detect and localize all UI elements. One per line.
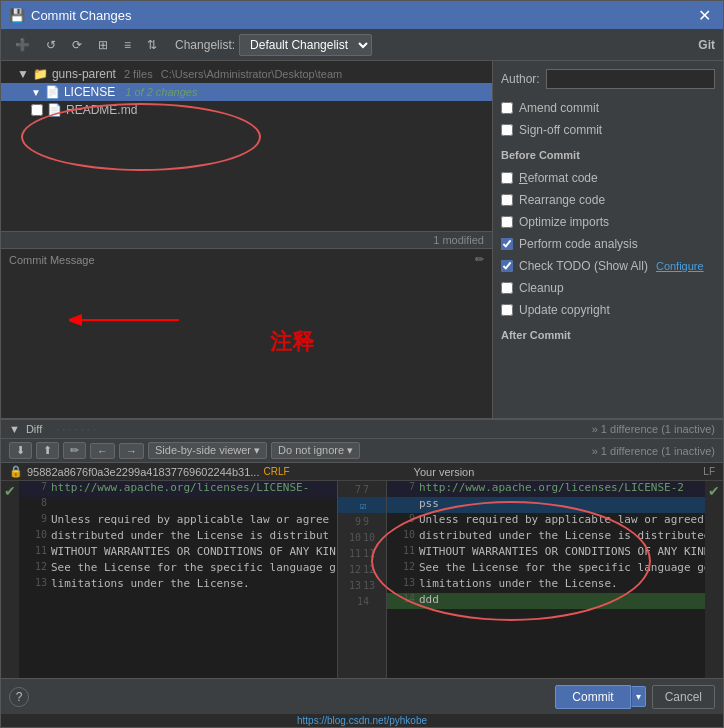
perform-label[interactable]: Perform code analysis xyxy=(519,237,638,251)
checktodo-checkbox[interactable] xyxy=(501,260,513,272)
commit-msg-area: 注释 xyxy=(9,270,484,414)
changelist-dropdown[interactable]: Default Changelist xyxy=(239,34,372,56)
modified-bar: 1 modified xyxy=(1,231,492,248)
perform-checkbox[interactable] xyxy=(501,238,513,250)
checktodo-label[interactable]: Check TODO (Show All) xyxy=(519,259,648,273)
add-button[interactable]: ➕ xyxy=(9,35,36,55)
diff-fwd-btn[interactable]: → xyxy=(119,443,144,459)
modified-count: 1 modified xyxy=(433,234,484,246)
perform-row: Perform code analysis xyxy=(501,237,715,251)
file-tree-wrapper: ▼ 📁 guns-parent 2 files C:\Users\Adminis… xyxy=(1,61,492,418)
tree-item-readme[interactable]: 📄 README.md xyxy=(1,101,492,119)
diff-section: ▼ Diff · · · · · · · » 1 difference (1 i… xyxy=(1,418,723,678)
diff-edit-btn[interactable]: ✏ xyxy=(63,442,86,459)
root-name: guns-parent xyxy=(52,67,116,81)
diff-right-pane[interactable]: 7 http://www.apache.org/licenses/LICENSE… xyxy=(387,481,705,678)
commit-changes-window: 💾 Commit Changes ✕ ➕ ↺ ⟳ ⊞ ≡ ⇅ Changelis… xyxy=(0,0,724,728)
lock-icon: 🔒 xyxy=(9,465,23,478)
right-gutter: ✔ xyxy=(705,481,723,678)
commit-message-section: Commit Message ← ✏ 注释 xyxy=(1,248,492,418)
window-icon: 💾 xyxy=(9,8,25,23)
diff-right-line-13: 13 limitations under the License. xyxy=(387,577,705,593)
diff-content: ✔ 7 http://www.apache.org/licenses/LICEN… xyxy=(1,481,723,678)
diff-header: ▼ Diff · · · · · · · » 1 difference (1 i… xyxy=(1,420,723,439)
signoff-checkbox[interactable] xyxy=(501,124,513,136)
viewer-select[interactable]: Side-by-side viewer ▾ xyxy=(148,442,267,459)
diff-right-line-9: 9 Unless required by applicable law or a… xyxy=(387,513,705,529)
main-content: ▼ 📁 guns-parent 2 files C:\Users\Adminis… xyxy=(1,61,723,418)
main-toolbar: ➕ ↺ ⟳ ⊞ ≡ ⇅ Changelist: Default Changeli… xyxy=(1,29,723,61)
folder-icon: 📁 xyxy=(33,67,48,81)
cleanup-checkbox[interactable] xyxy=(501,282,513,294)
tree-item-license[interactable]: ▼ 📄 LICENSE 1 of 2 changes xyxy=(1,83,492,101)
reformat-checkbox[interactable] xyxy=(501,172,513,184)
list-button[interactable]: ≡ xyxy=(118,35,137,55)
cancel-button[interactable]: Cancel xyxy=(652,685,715,709)
signoff-label[interactable]: Sign-off commit xyxy=(519,123,602,137)
commit-message-input[interactable] xyxy=(9,270,484,414)
diff-right-line-14: 14 ddd xyxy=(387,593,705,609)
diff-label: Diff xyxy=(26,423,42,435)
optimize-label[interactable]: Optimize imports xyxy=(519,215,609,229)
blog-url-bar: https://blog.csdn.net/pyhkobe xyxy=(1,714,723,727)
ignore-select[interactable]: Do not ignore ▾ xyxy=(271,442,360,459)
git-label: Git xyxy=(698,38,715,52)
rearrange-row: Rearrange code xyxy=(501,193,715,207)
diff-left-line-13: 13 limitations under the License. xyxy=(19,577,337,593)
diff-left-line-8: 8 xyxy=(19,497,337,513)
cleanup-row: Cleanup xyxy=(501,281,715,295)
undo-button[interactable]: ↺ xyxy=(40,35,62,55)
diff-file-right: Your version xyxy=(414,466,475,478)
copyright-row: Update copyright xyxy=(501,303,715,317)
group-button[interactable]: ⊞ xyxy=(92,35,114,55)
sort-button[interactable]: ⇅ xyxy=(141,35,163,55)
license-name: LICENSE xyxy=(64,85,115,99)
window-title-group: 💾 Commit Changes xyxy=(9,8,131,23)
commit-dropdown-button[interactable]: ▾ xyxy=(631,686,646,707)
commit-button[interactable]: Commit xyxy=(555,685,630,709)
copyright-label[interactable]: Update copyright xyxy=(519,303,610,317)
cleanup-label[interactable]: Cleanup xyxy=(519,281,564,295)
diff-up-btn[interactable]: ⬆ xyxy=(36,442,59,459)
bottom-right-actions: Commit ▾ Cancel xyxy=(555,685,715,709)
author-input[interactable] xyxy=(546,69,715,89)
reformat-row: Reformat code xyxy=(501,171,715,185)
title-bar: 💾 Commit Changes ✕ xyxy=(1,1,723,29)
author-row: Author: xyxy=(501,69,715,89)
diff-back-btn[interactable]: ← xyxy=(90,443,115,459)
git-options-panel: Author: Amend commit Sign-off commit Bef… xyxy=(493,61,723,418)
configure-link[interactable]: Configure xyxy=(656,260,704,272)
rearrange-label[interactable]: Rearrange code xyxy=(519,193,605,207)
commit-msg-label-text: Commit Message xyxy=(9,254,95,266)
diff-left-line-11: 11 WITHOUT WARRANTIES OR CONDITIONS OF A… xyxy=(19,545,337,561)
close-button[interactable]: ✕ xyxy=(694,6,715,25)
optimize-checkbox[interactable] xyxy=(501,216,513,228)
collapse-arrow: ▼ xyxy=(17,67,29,81)
ignore-label: Do not ignore xyxy=(278,444,344,456)
help-button[interactable]: ? xyxy=(9,687,29,707)
root-path: C:\Users\Administrator\Desktop\team xyxy=(161,68,343,80)
diff-right-line-11: 11 WITHOUT WARRANTIES OR CONDITIONS OF A… xyxy=(387,545,705,561)
copyright-checkbox[interactable] xyxy=(501,304,513,316)
checktodo-row: Check TODO (Show All) Configure xyxy=(501,259,715,273)
diff-left-pane[interactable]: 7 http://www.apache.org/licenses/LICENSE… xyxy=(19,481,337,678)
amend-label[interactable]: Amend commit xyxy=(519,101,599,115)
tree-root-item[interactable]: ▼ 📁 guns-parent 2 files C:\Users\Adminis… xyxy=(1,65,492,83)
readme-checkbox[interactable] xyxy=(31,104,43,116)
refresh-button[interactable]: ⟳ xyxy=(66,35,88,55)
diff-collapse-arrow[interactable]: ▼ xyxy=(9,423,20,435)
diff-right-line-10: 10 distributed under the License is dist… xyxy=(387,529,705,545)
diff-down-btn[interactable]: ⬇ xyxy=(9,442,32,459)
diff-right-line-blank: pss xyxy=(387,497,705,513)
rearrange-checkbox[interactable] xyxy=(501,194,513,206)
reformat-label[interactable]: Reformat code xyxy=(519,171,598,185)
blog-url-text: https://blog.csdn.net/pyhkobe xyxy=(297,715,427,726)
license-file-icon: 📄 xyxy=(45,85,60,99)
diff-toolbar: ⬇ ⬆ ✏ ← → Side-by-side viewer ▾ Do not i… xyxy=(1,439,723,463)
diff-lf-badge: LF xyxy=(703,466,715,477)
left-check: ✔ xyxy=(4,483,16,499)
commit-btn-group: Commit ▾ xyxy=(555,685,645,709)
author-label: Author: xyxy=(501,72,540,86)
license-count: 1 of 2 changes xyxy=(125,86,197,98)
amend-checkbox[interactable] xyxy=(501,102,513,114)
